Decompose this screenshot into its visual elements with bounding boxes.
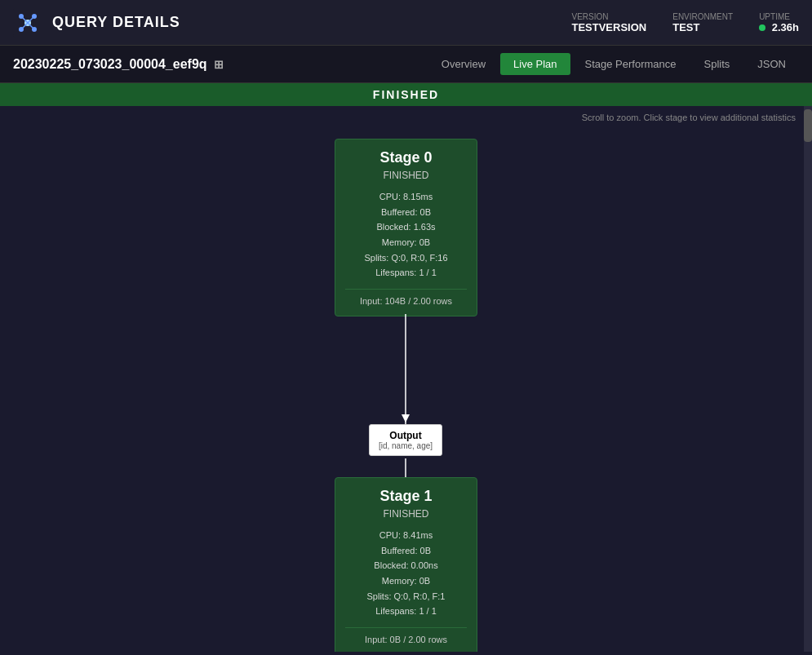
stage-0-stats: CPU: 8.15ms Buffered: 0B Blocked: 1.63s … [345, 189, 467, 281]
scrollbar-thumb[interactable] [804, 109, 812, 142]
version-meta: VERSION TESTVERSION [571, 12, 646, 33]
scrollbar[interactable] [804, 106, 812, 652]
stage-0-title: Stage 0 [345, 149, 467, 166]
stage-1-input: Input: 0B / 2.00 rows [345, 627, 467, 644]
query-id-text: 20230225_073023_00004_eef9q [13, 57, 207, 72]
svg-marker-11 [402, 414, 410, 423]
environment-label: ENVIRONMENT [672, 12, 733, 21]
copy-icon[interactable]: ⊞ [214, 58, 224, 71]
output-box: Output [id, name, age] [369, 424, 442, 456]
tab-json[interactable]: JSON [744, 53, 799, 75]
output-title: Output [378, 430, 433, 441]
stage-1-status: FINISHED [345, 508, 467, 520]
tab-overview[interactable]: Overview [428, 53, 499, 75]
version-label: VERSION [571, 12, 608, 21]
tab-bar: Overview Live Plan Stage Performance Spl… [428, 53, 799, 75]
status-bar: FINISHED [0, 83, 812, 106]
tab-splits[interactable]: Splits [691, 53, 743, 75]
uptime-indicator [759, 24, 765, 31]
header-left: QUERY DETAILS [13, 8, 180, 38]
app-logo [13, 8, 42, 38]
scroll-hint: Scroll to zoom. Click stage to view addi… [582, 113, 796, 122]
stage-1-title: Stage 1 [345, 488, 467, 505]
tab-live-plan[interactable]: Live Plan [500, 53, 570, 75]
output-fields: [id, name, age] [378, 441, 433, 450]
version-value: TESTVERSION [571, 21, 646, 33]
uptime-meta: UPTIME 2.36h [759, 12, 799, 33]
uptime-label: UPTIME [759, 12, 790, 21]
stage-0-status: FINISHED [345, 170, 467, 181]
sub-header: 20230225_073023_00004_eef9q ⊞ Overview L… [0, 46, 812, 83]
app-header: QUERY DETAILS VERSION TESTVERSION ENVIRO… [0, 0, 812, 46]
stage-1-stats: CPU: 8.41ms Buffered: 0B Blocked: 0.00ns… [345, 528, 467, 619]
tab-stage-performance[interactable]: Stage Performance [572, 53, 690, 75]
canvas-area[interactable]: Scroll to zoom. Click stage to view addi… [0, 106, 812, 652]
status-text: FINISHED [373, 88, 439, 101]
stage-0-input: Input: 104B / 2.00 rows [345, 289, 467, 306]
environment-meta: ENVIRONMENT TEST [672, 12, 733, 33]
stage-1-box[interactable]: Stage 1 FINISHED CPU: 8.41ms Buffered: 0… [335, 477, 477, 652]
uptime-value: 2.36h [759, 21, 799, 33]
page-title: QUERY DETAILS [52, 14, 180, 31]
environment-value: TEST [672, 21, 699, 33]
main-content: Scroll to zoom. Click stage to view addi… [0, 106, 812, 652]
header-meta-section: VERSION TESTVERSION ENVIRONMENT TEST UPT… [571, 12, 799, 33]
stage-0-box[interactable]: Stage 0 FINISHED CPU: 8.15ms Buffered: 0… [335, 139, 477, 316]
query-id-section: 20230225_073023_00004_eef9q ⊞ [13, 57, 224, 72]
